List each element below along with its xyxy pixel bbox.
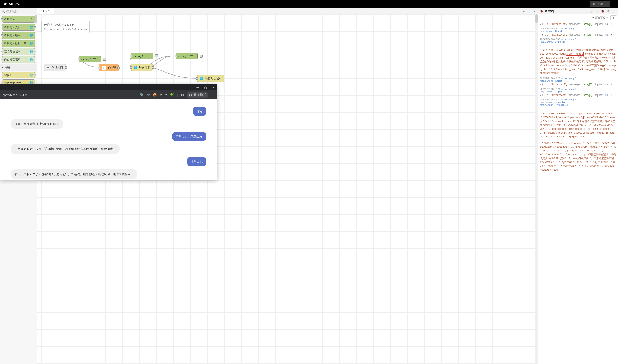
logo-icon [3,2,7,6]
debug-messages[interactable]: { uid: "ibzmtkq4of", messages: array[5],… [538,21,618,364]
chat-bubble: 广州今天的天气很好，适合出门活动。如果你有什么其他的问题，尽管问我。 [11,144,120,154]
node-palette: 流程结束⟳ 语音交互入口🌐 语音交互结束🌐 语音交互数据下发🌐 获取对话记录🌐 … [0,14,37,364]
bug-icon: 🐞 [540,10,543,13]
debug-prop: msg.payload ：字符串[374] [540,104,616,107]
flow-tab-1[interactable]: Flow 1 [37,8,54,14]
debug-node-link[interactable]: node: debug 3 [561,98,576,101]
chat-area[interactable]: 你好 你好，有什么我可以帮助你的吗？ 广州今天天气怎么样 广州今天的天气很好，适… [0,99,217,180]
palette-node-voice-in[interactable]: 语音交互入口🌐 [2,24,35,31]
palette-node-flow-end[interactable]: 流程结束⟳ [2,16,35,23]
close-icon[interactable]: ✕ [211,86,215,89]
chat-bubble: 那明天呢 [187,157,206,166]
chevron-down-icon[interactable]: ▾ [611,9,616,14]
menu-button[interactable]: ☰ [612,2,615,6]
node-dialog-entry[interactable]: ➜ 对话入口 [44,64,66,71]
debug-entry[interactable]: { uid: "ibzmtkq4of", messages: array[5],… [540,32,616,37]
gear-icon[interactable]: ⚙ [606,9,611,14]
bug-tab-icon[interactable]: 🐞 [600,9,605,14]
panel-icon[interactable]: ◧ [181,93,184,97]
palette-node-label: http in [4,73,12,77]
status-indicator [155,54,158,57]
palette-node-voice-data[interactable]: 语音交互数据下发🌐 [2,40,35,47]
globe-icon: 🌐 [30,42,33,45]
canvas-comment: 欢迎使用聆思大模型平台 Welcome to ListenAI LLM Plat… [41,21,90,33]
node-debug-1[interactable]: debug 1 [79,56,101,62]
node-http-request[interactable]: 🌐 http 请求 [131,64,153,71]
minimize-icon[interactable]: — [196,86,200,89]
debug-meta: 2024/2/24 16:46:30 node: debug 2 [540,27,616,30]
debug-filter-button[interactable]: ▼所有节点▾ [590,15,609,20]
node-preprocess[interactable]: f 前处理 [99,64,119,71]
chevron-down-icon: ▾ [606,16,607,19]
incognito-label: 无痕模式 [193,93,206,97]
extension-icon-2[interactable]: ▾ [165,93,167,97]
status-indicator [103,58,106,61]
debug-prop: msg.payload : string[366] [540,40,616,43]
globe-icon: 🌐 [30,81,33,84]
debug-node-link[interactable]: node: debug 3 [561,38,576,40]
app-header: AIFlow 部署 ▼ ☰ [0,0,618,8]
palette-filter[interactable]: 🔍 过滤节点 [0,8,37,14]
search-icon: 🔍 [2,10,5,13]
node-label: debug 1 [81,58,91,61]
add-flow-icon[interactable]: ＋ [527,9,532,14]
app-logo: AIFlow [3,2,20,6]
flow-tabs: Flow 1 [37,8,520,14]
debug-prop: msg.payload : Object [540,79,616,82]
debug-entry[interactable]: { uid: "ibzmtkq4of", messages: array[7],… [540,93,616,97]
star-icon[interactable]: ☆ [147,93,150,97]
zoom-icon[interactable]: 🔍 [140,93,144,97]
comment-line1: 欢迎使用聆思大模型平台 [44,23,87,27]
palette-node-label: 语音交互数据下发 [4,41,26,45]
chat-msg-bot: 广州今天的天气很好，适合出门活动。如果你有什么其他的问题，尽管问我。 [11,144,206,154]
browser-addressbar: app?id=aeb7f6940c 🔍 ☆ 🍪 M ▾ 🧩 | ◧ 🕶 无痕模式… [0,91,217,99]
debug-highlight: ":"gpt-4-turbo", [566,52,583,55]
node-debug-3[interactable]: debug 3 [176,53,198,59]
debug-entry[interactable]: { uid: "ibzmtkq4of", messages: array[5],… [540,22,616,26]
extension-icon[interactable]: M [160,93,163,97]
maximize-icon[interactable]: ▢ [203,86,208,89]
flow-menu-icon[interactable]: ▼ [532,9,537,14]
debug-meta: 2024/2/24 16:47:30 node: debug 3 [540,98,616,101]
bars-icon [145,54,148,57]
globe-icon: 🌐 [30,58,33,61]
globe-icon: 🌐 [30,74,33,77]
info-icon[interactable]: ⓘ [589,9,594,14]
node-label: debug 3 [179,54,189,58]
puzzle-icon[interactable]: 🧩 [170,93,174,97]
sidebar-header: 🐞 调试窗口 ⓘ ▫ 🐞 ⚙ ▾ [538,8,618,14]
flow-actions: ▶ ＋ ▼ [520,8,538,14]
palette-node-get-conv[interactable]: 获取对话记录🌐 [2,48,35,55]
node-debug-2[interactable]: debug 2 [131,53,153,59]
run-icon[interactable]: ▶ [521,9,526,14]
node-label: http 请求 [139,65,150,69]
bars-icon [93,58,96,61]
comment-line2: Welcome to ListenAI LLM Platform [44,27,87,31]
debug-body: " "{"id":"1210870591016673284","object":… [540,107,616,139]
node-save-conv[interactable]: 🌐 保存对话记录 [197,75,224,82]
palette-node-http-in[interactable]: http in🌐 [2,72,35,78]
function-icon: f [102,66,106,70]
debug-clear-button[interactable]: 🗑 [610,15,617,20]
debug-entry[interactable]: { uid: "ibzmtkq4of", messages: array[7],… [540,82,616,87]
book-icon[interactable]: ▫ [595,9,600,14]
canvas-scrollbar-v[interactable] [535,14,538,364]
browser-url[interactable]: app?id=aeb7f6940c [2,93,137,97]
chat-msg-bot: 你好，有什么我可以帮助你的吗？ [11,119,206,129]
debug-body-cn: "{"id"："1210870591016673284"，"object"："c… [540,141,616,172]
palette-category-network[interactable]: 网络 [0,64,37,71]
debug-node-link[interactable]: node: debug 1 [561,77,576,79]
chat-bubble: 你好 [193,107,206,116]
palette-node-voice-end[interactable]: 语音交互结束🌐 [2,32,35,39]
debug-node-link[interactable]: node: debug 2 [561,27,576,30]
more-icon[interactable]: ⋮ [211,93,214,97]
cookie-icon[interactable]: 🍪 [153,93,157,97]
palette-scrollbar[interactable] [35,14,37,23]
deploy-button[interactable]: 部署 ▼ [590,1,610,7]
debug-meta: 2024/2/24 16:47:24 node: debug 2 [540,88,616,90]
palette-node-save-conv[interactable]: 保存对话记录🌐 [2,56,35,63]
chat-msg-user: 广州今天天气怎么样 [11,132,206,141]
debug-node-link[interactable]: node: debug 2 [561,88,576,90]
arrow-in-icon: ➜ [46,65,50,69]
flow-canvas[interactable]: 欢迎使用聆思大模型平台 Welcome to ListenAI LLM Plat… [37,14,538,364]
